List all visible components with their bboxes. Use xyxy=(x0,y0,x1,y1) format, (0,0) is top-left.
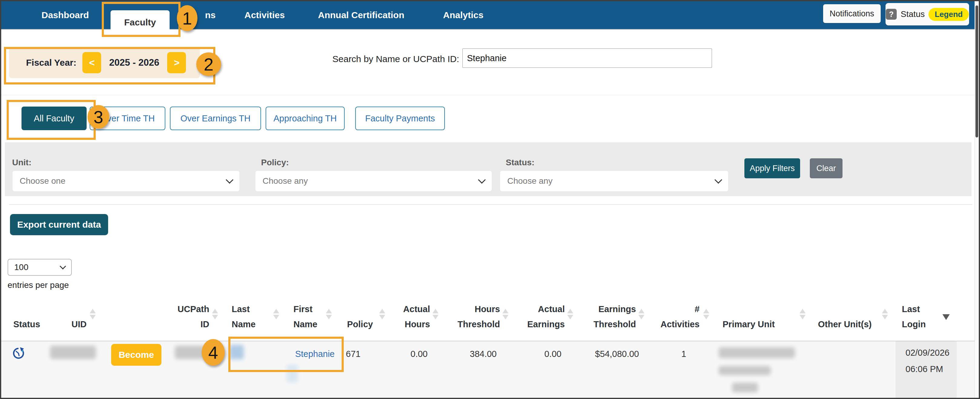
status-filter-select[interactable]: Choose any xyxy=(500,170,729,192)
apply-filters-button[interactable]: Apply Filters xyxy=(745,158,800,178)
primary-unit-redacted xyxy=(732,383,758,392)
export-current-data-button[interactable]: Export current data xyxy=(10,214,108,235)
col-header-primary-unit[interactable]: Primary Unit xyxy=(722,299,775,332)
scrollbar-thumb[interactable] xyxy=(975,5,978,137)
tab-over-earnings-th[interactable]: Over Earnings TH xyxy=(170,107,261,130)
policy-filter-select[interactable]: Choose any xyxy=(255,170,492,192)
policy-cell: 671 xyxy=(346,348,360,360)
sort-icon[interactable] xyxy=(379,309,385,320)
col-header-actual-hours[interactable]: ActualHours xyxy=(385,299,430,332)
content-divider xyxy=(9,204,972,205)
tab-faculty-payments[interactable]: Faculty Payments xyxy=(355,107,445,130)
fiscal-year-next-button[interactable]: > xyxy=(167,52,186,73)
sort-icon[interactable] xyxy=(882,309,888,320)
chevron-down-icon xyxy=(60,263,66,269)
sort-icon[interactable] xyxy=(326,309,332,320)
annotation-step-2: 2 xyxy=(196,52,221,76)
sort-icon[interactable] xyxy=(638,309,644,320)
policy-filter-value: Choose any xyxy=(262,176,479,186)
pending-clock-icon xyxy=(12,347,25,360)
col-header-hours-threshold[interactable]: HoursThreshold xyxy=(442,299,500,332)
primary-unit-redacted xyxy=(719,347,795,358)
col-header-last-login[interactable]: LastLogin xyxy=(902,299,926,332)
last-name-link-redacted[interactable] xyxy=(229,345,244,359)
sort-desc-icon[interactable] xyxy=(942,314,950,320)
sort-icon[interactable] xyxy=(212,309,218,320)
fiscal-year-prev-button[interactable]: < xyxy=(83,52,101,73)
status-filter-label: Status: xyxy=(506,158,535,167)
fiscal-year-label: Fiscal Year: xyxy=(26,57,76,68)
chevron-down-icon xyxy=(226,176,233,183)
unit-filter-label: Unit: xyxy=(12,158,32,167)
become-button[interactable]: Become xyxy=(111,344,161,366)
sort-icon[interactable] xyxy=(90,309,96,320)
earnings-threshold-cell: $54,080.00 xyxy=(578,348,639,360)
status-filter-value: Choose any xyxy=(507,176,716,186)
nav-item-annual-certification[interactable]: Annual Certification xyxy=(318,1,404,29)
hours-threshold-cell: 384.00 xyxy=(439,348,497,360)
first-name-link[interactable]: Stephanie xyxy=(274,348,335,360)
chevron-down-icon xyxy=(714,176,722,183)
redacted-fragment xyxy=(286,364,298,383)
legend-badge: Legend xyxy=(929,8,969,21)
annotation-step-1: 1 xyxy=(177,5,197,31)
chevron-down-icon xyxy=(478,176,485,183)
col-header-first-name[interactable]: FirstName xyxy=(293,299,317,332)
app-window: Dashboard ns Activities Annual Certifica… xyxy=(0,0,980,399)
sort-icon[interactable] xyxy=(703,309,709,320)
sort-icon[interactable] xyxy=(567,309,573,320)
last-login-date: 02/09/2026 xyxy=(905,347,950,358)
search-label: Search by Name or UCPath ID: xyxy=(304,54,459,64)
tab-approaching-th[interactable]: Approaching TH xyxy=(266,107,345,130)
col-header-other-units[interactable]: Other Unit(s) xyxy=(818,299,872,332)
fiscal-year-selector: Fiscal Year: < 2025 - 2026 > xyxy=(9,47,200,78)
unit-filter-value: Choose one xyxy=(20,176,227,186)
primary-unit-redacted xyxy=(719,366,771,375)
col-header-ucpath-id[interactable]: UCPathID xyxy=(164,299,209,332)
help-icon: ? xyxy=(886,9,897,20)
search-input[interactable] xyxy=(463,48,712,68)
annotation-step-3: 3 xyxy=(88,105,109,129)
annotation-step-4: 4 xyxy=(202,339,225,366)
uid-redacted xyxy=(50,346,96,359)
sort-icon[interactable] xyxy=(800,309,805,320)
sort-icon[interactable] xyxy=(503,309,509,320)
nav-item-activities[interactable]: Activities xyxy=(244,1,285,29)
page-size-select[interactable]: 100 xyxy=(8,259,72,276)
policy-filter-label: Policy: xyxy=(261,158,289,167)
col-header-earnings-threshold[interactable]: EarningsThreshold xyxy=(578,299,636,332)
tab-all-faculty[interactable]: All Faculty xyxy=(22,107,87,130)
col-header-last-name[interactable]: LastName xyxy=(232,299,256,332)
nav-item-partial[interactable]: ns xyxy=(205,1,216,29)
sort-icon[interactable] xyxy=(273,309,279,320)
nav-item-faculty-active[interactable]: Faculty xyxy=(111,10,170,35)
nav-item-analytics[interactable]: Analytics xyxy=(443,1,483,29)
num-activities-cell: 1 xyxy=(641,348,686,360)
last-login-time: 06:06 PM xyxy=(905,363,943,375)
col-header-actual-earnings[interactable]: ActualEarnings xyxy=(513,299,565,332)
status-legend-button[interactable]: ? Status Legend xyxy=(886,3,969,25)
col-header-uid[interactable]: UID xyxy=(72,299,87,332)
notifications-button[interactable]: Notifications xyxy=(823,4,881,23)
nav-item-dashboard[interactable]: Dashboard xyxy=(41,1,89,29)
status-label: Status xyxy=(900,10,924,19)
page-size-value: 100 xyxy=(14,262,60,272)
entries-per-page-label: entries per page xyxy=(8,280,69,290)
col-header-num-activities[interactable]: #Activities xyxy=(654,299,700,332)
fiscal-year-value: 2025 - 2026 xyxy=(107,57,161,68)
actual-hours-cell: 0.00 xyxy=(382,348,428,360)
clear-filters-button[interactable]: Clear xyxy=(810,158,843,178)
col-header-status: Status xyxy=(13,299,40,332)
col-header-policy[interactable]: Policy xyxy=(347,299,373,332)
unit-filter-select[interactable]: Choose one xyxy=(12,170,240,192)
sort-icon[interactable] xyxy=(433,309,439,320)
section-divider xyxy=(1,95,975,95)
actual-earnings-cell: 0.00 xyxy=(510,348,562,360)
